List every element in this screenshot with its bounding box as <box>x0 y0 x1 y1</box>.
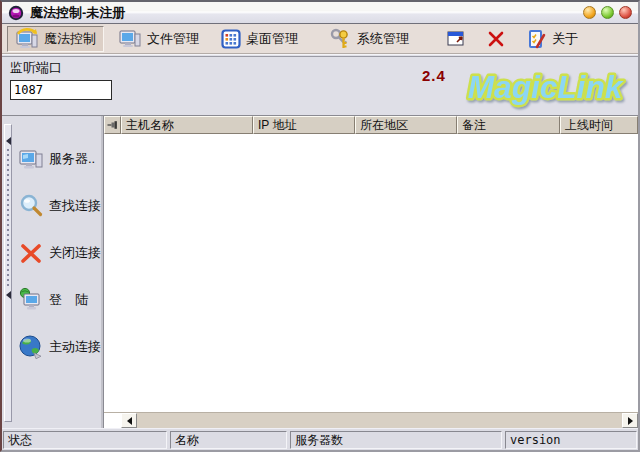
listen-port-input[interactable] <box>10 80 112 100</box>
toolbar-label: 文件管理 <box>147 30 199 48</box>
sidebar: 服务器.. 查找连接 关闭连接 <box>2 116 101 428</box>
grip-dots <box>7 149 9 287</box>
toolbar-button-close-x[interactable] <box>479 26 513 52</box>
file-manager-icon <box>118 27 142 51</box>
logo-text: MagicLink <box>468 69 624 105</box>
status-panel-state: 状态 <box>3 431 167 449</box>
collapse-arrow-icon <box>6 291 11 299</box>
system-manager-icon <box>328 27 352 51</box>
sidebar-item-find-connection[interactable]: 查找连接 <box>18 193 101 219</box>
sidebar-item-server[interactable]: 服务器.. <box>18 146 101 172</box>
scrollbar-track[interactable] <box>137 413 622 428</box>
toolbar-label: 魔法控制 <box>44 30 96 48</box>
arrow-left-icon <box>127 417 132 425</box>
window-icon <box>447 31 465 47</box>
toolbar-button-system-manager[interactable]: 系统管理 <box>320 26 417 52</box>
server-icon <box>18 146 44 172</box>
toolbar-label: 关于 <box>552 30 578 48</box>
login-icon <box>18 287 44 313</box>
column-header-region[interactable]: 所在地区 <box>355 116 457 134</box>
toolbar-label: 桌面管理 <box>246 30 298 48</box>
search-icon <box>18 193 44 219</box>
app-window: 魔法控制-未注册 魔法控制 <box>0 0 640 452</box>
scrollbar-corner <box>104 413 121 428</box>
horizontal-scrollbar <box>104 412 638 428</box>
magic-control-icon <box>15 27 39 51</box>
settings-panel: 监听端口 2.4 MagicLink <box>2 54 638 116</box>
status-bar: 状态 名称 服务器数 version <box>2 428 638 450</box>
toolbar-label: 系统管理 <box>357 30 409 48</box>
app-magic-ball-icon <box>8 5 24 21</box>
toolbar-button-magic-control[interactable]: 魔法控制 <box>7 26 104 52</box>
toolbar-button-about[interactable]: 关于 <box>519 26 586 52</box>
sidebar-item-label: 主动连接 <box>49 338 101 356</box>
column-header-remark[interactable]: 备注 <box>457 116 560 134</box>
toolbar: 魔法控制 文件管理 <box>2 24 638 54</box>
column-header-ip[interactable]: IP 地址 <box>253 116 355 134</box>
minimize-button[interactable] <box>583 6 596 19</box>
host-list-header: 主机名称 IP 地址 所在地区 备注 上线时间 <box>104 116 638 134</box>
sidebar-item-active-connect[interactable]: 主动连接 <box>18 334 101 360</box>
main-area: 服务器.. 查找连接 关闭连接 <box>2 116 638 428</box>
sidebar-item-login[interactable]: 登 陆 <box>18 287 101 313</box>
scroll-right-button[interactable] <box>622 413 638 428</box>
magiclink-logo: MagicLink <box>454 59 636 113</box>
host-list: 主机名称 IP 地址 所在地区 备注 上线时间 <box>103 116 638 428</box>
column-header-online-time[interactable]: 上线时间 <box>560 116 638 134</box>
toolbar-button-file-manager[interactable]: 文件管理 <box>110 26 207 52</box>
title-bar: 魔法控制-未注册 <box>2 2 638 24</box>
host-list-body[interactable] <box>104 134 638 412</box>
listen-port-label: 监听端口 <box>10 59 68 77</box>
sidebar-item-label: 查找连接 <box>49 197 101 215</box>
scroll-left-button[interactable] <box>121 413 137 428</box>
sidebar-actions: 服务器.. 查找连接 关闭连接 <box>12 120 101 428</box>
version-text: 2.4 <box>422 67 446 84</box>
status-panel-version: version <box>505 431 637 449</box>
desktop-manager-icon <box>221 29 241 49</box>
collapse-arrow-icon <box>6 137 11 145</box>
toolbar-button-window[interactable] <box>439 26 473 52</box>
sidebar-item-label: 关闭连接 <box>49 244 101 262</box>
sidebar-item-label: 登 陆 <box>49 291 88 309</box>
close-button[interactable] <box>619 6 632 19</box>
maximize-button[interactable] <box>601 6 614 19</box>
pushpin-icon <box>107 119 119 131</box>
status-panel-server-count: 服务器数 <box>290 431 502 449</box>
column-header-hostname[interactable]: 主机名称 <box>121 116 253 134</box>
status-panel-name: 名称 <box>170 431 287 449</box>
arrow-right-icon <box>628 417 633 425</box>
sidebar-collapse-grip[interactable] <box>4 124 12 422</box>
window-title: 魔法控制-未注册 <box>30 4 577 22</box>
active-connect-icon <box>18 334 44 360</box>
pin-header-button[interactable] <box>104 116 121 134</box>
sidebar-item-close-connection[interactable]: 关闭连接 <box>18 240 101 266</box>
about-notepad-icon <box>527 28 547 50</box>
window-controls <box>583 6 632 19</box>
toolbar-button-desktop-manager[interactable]: 桌面管理 <box>213 26 306 52</box>
sidebar-item-label: 服务器.. <box>49 150 95 168</box>
close-x-icon <box>487 30 505 48</box>
close-connection-icon <box>18 240 44 266</box>
